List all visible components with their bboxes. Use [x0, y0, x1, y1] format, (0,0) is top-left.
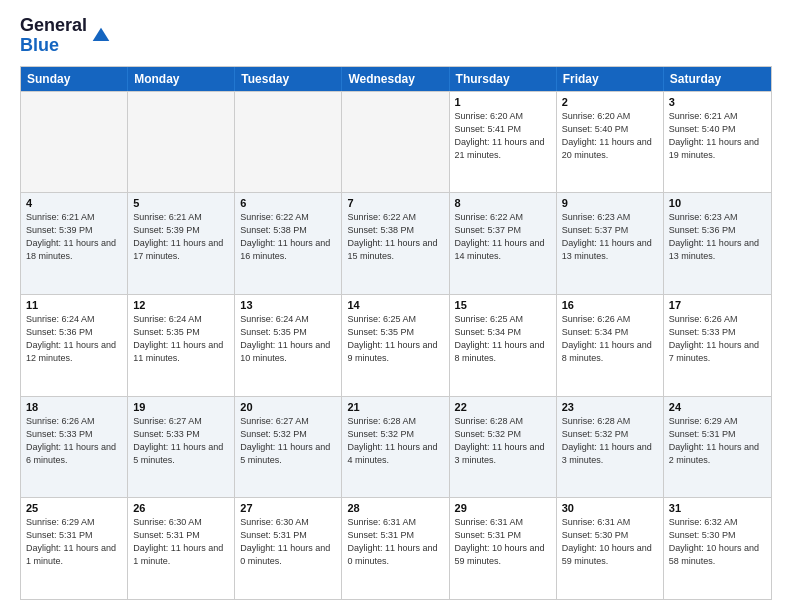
calendar-cell — [235, 92, 342, 193]
calendar-cell: 2Sunrise: 6:20 AM Sunset: 5:40 PM Daylig… — [557, 92, 664, 193]
day-number: 31 — [669, 502, 766, 514]
day-number: 1 — [455, 96, 551, 108]
day-detail: Sunrise: 6:31 AM Sunset: 5:31 PM Dayligh… — [455, 516, 551, 568]
logo-blue: Blue — [20, 35, 59, 55]
day-number: 26 — [133, 502, 229, 514]
day-number: 11 — [26, 299, 122, 311]
day-number: 7 — [347, 197, 443, 209]
day-detail: Sunrise: 6:23 AM Sunset: 5:37 PM Dayligh… — [562, 211, 658, 263]
day-detail: Sunrise: 6:28 AM Sunset: 5:32 PM Dayligh… — [562, 415, 658, 467]
weekday-header: Saturday — [664, 67, 771, 91]
calendar-cell: 10Sunrise: 6:23 AM Sunset: 5:36 PM Dayli… — [664, 193, 771, 294]
day-number: 9 — [562, 197, 658, 209]
calendar-cell: 7Sunrise: 6:22 AM Sunset: 5:38 PM Daylig… — [342, 193, 449, 294]
calendar: SundayMondayTuesdayWednesdayThursdayFrid… — [20, 66, 772, 600]
day-number: 5 — [133, 197, 229, 209]
calendar-row: 4Sunrise: 6:21 AM Sunset: 5:39 PM Daylig… — [21, 192, 771, 294]
calendar-cell: 27Sunrise: 6:30 AM Sunset: 5:31 PM Dayli… — [235, 498, 342, 599]
day-detail: Sunrise: 6:30 AM Sunset: 5:31 PM Dayligh… — [240, 516, 336, 568]
calendar-cell: 28Sunrise: 6:31 AM Sunset: 5:31 PM Dayli… — [342, 498, 449, 599]
calendar-body: 1Sunrise: 6:20 AM Sunset: 5:41 PM Daylig… — [21, 91, 771, 599]
day-detail: Sunrise: 6:23 AM Sunset: 5:36 PM Dayligh… — [669, 211, 766, 263]
day-detail: Sunrise: 6:25 AM Sunset: 5:35 PM Dayligh… — [347, 313, 443, 365]
calendar-cell: 13Sunrise: 6:24 AM Sunset: 5:35 PM Dayli… — [235, 295, 342, 396]
calendar-row: 1Sunrise: 6:20 AM Sunset: 5:41 PM Daylig… — [21, 91, 771, 193]
weekday-header: Tuesday — [235, 67, 342, 91]
day-detail: Sunrise: 6:26 AM Sunset: 5:33 PM Dayligh… — [669, 313, 766, 365]
calendar-cell: 22Sunrise: 6:28 AM Sunset: 5:32 PM Dayli… — [450, 397, 557, 498]
day-detail: Sunrise: 6:27 AM Sunset: 5:33 PM Dayligh… — [133, 415, 229, 467]
calendar-cell — [342, 92, 449, 193]
day-number: 12 — [133, 299, 229, 311]
calendar-cell: 9Sunrise: 6:23 AM Sunset: 5:37 PM Daylig… — [557, 193, 664, 294]
day-detail: Sunrise: 6:20 AM Sunset: 5:41 PM Dayligh… — [455, 110, 551, 162]
calendar-row: 11Sunrise: 6:24 AM Sunset: 5:36 PM Dayli… — [21, 294, 771, 396]
weekday-header: Monday — [128, 67, 235, 91]
day-detail: Sunrise: 6:24 AM Sunset: 5:35 PM Dayligh… — [133, 313, 229, 365]
day-number: 16 — [562, 299, 658, 311]
calendar-cell: 8Sunrise: 6:22 AM Sunset: 5:37 PM Daylig… — [450, 193, 557, 294]
day-detail: Sunrise: 6:22 AM Sunset: 5:38 PM Dayligh… — [347, 211, 443, 263]
day-detail: Sunrise: 6:29 AM Sunset: 5:31 PM Dayligh… — [26, 516, 122, 568]
day-number: 18 — [26, 401, 122, 413]
day-detail: Sunrise: 6:25 AM Sunset: 5:34 PM Dayligh… — [455, 313, 551, 365]
day-detail: Sunrise: 6:28 AM Sunset: 5:32 PM Dayligh… — [455, 415, 551, 467]
day-detail: Sunrise: 6:21 AM Sunset: 5:39 PM Dayligh… — [133, 211, 229, 263]
day-number: 3 — [669, 96, 766, 108]
calendar-cell: 30Sunrise: 6:31 AM Sunset: 5:30 PM Dayli… — [557, 498, 664, 599]
calendar-cell: 25Sunrise: 6:29 AM Sunset: 5:31 PM Dayli… — [21, 498, 128, 599]
calendar-header: SundayMondayTuesdayWednesdayThursdayFrid… — [21, 67, 771, 91]
day-number: 6 — [240, 197, 336, 209]
calendar-cell: 15Sunrise: 6:25 AM Sunset: 5:34 PM Dayli… — [450, 295, 557, 396]
calendar-cell: 3Sunrise: 6:21 AM Sunset: 5:40 PM Daylig… — [664, 92, 771, 193]
calendar-cell: 29Sunrise: 6:31 AM Sunset: 5:31 PM Dayli… — [450, 498, 557, 599]
calendar-cell: 14Sunrise: 6:25 AM Sunset: 5:35 PM Dayli… — [342, 295, 449, 396]
day-number: 4 — [26, 197, 122, 209]
calendar-row: 25Sunrise: 6:29 AM Sunset: 5:31 PM Dayli… — [21, 497, 771, 599]
day-detail: Sunrise: 6:26 AM Sunset: 5:34 PM Dayligh… — [562, 313, 658, 365]
day-detail: Sunrise: 6:22 AM Sunset: 5:38 PM Dayligh… — [240, 211, 336, 263]
calendar-cell: 20Sunrise: 6:27 AM Sunset: 5:32 PM Dayli… — [235, 397, 342, 498]
day-number: 17 — [669, 299, 766, 311]
page-header: General Blue — [20, 16, 772, 56]
weekday-header: Wednesday — [342, 67, 449, 91]
day-number: 21 — [347, 401, 443, 413]
day-number: 27 — [240, 502, 336, 514]
day-number: 23 — [562, 401, 658, 413]
day-number: 8 — [455, 197, 551, 209]
day-detail: Sunrise: 6:24 AM Sunset: 5:36 PM Dayligh… — [26, 313, 122, 365]
day-detail: Sunrise: 6:28 AM Sunset: 5:32 PM Dayligh… — [347, 415, 443, 467]
day-detail: Sunrise: 6:21 AM Sunset: 5:40 PM Dayligh… — [669, 110, 766, 162]
day-number: 13 — [240, 299, 336, 311]
calendar-cell — [21, 92, 128, 193]
day-number: 29 — [455, 502, 551, 514]
day-number: 28 — [347, 502, 443, 514]
day-number: 14 — [347, 299, 443, 311]
day-detail: Sunrise: 6:29 AM Sunset: 5:31 PM Dayligh… — [669, 415, 766, 467]
calendar-cell: 5Sunrise: 6:21 AM Sunset: 5:39 PM Daylig… — [128, 193, 235, 294]
day-number: 24 — [669, 401, 766, 413]
day-number: 2 — [562, 96, 658, 108]
day-number: 10 — [669, 197, 766, 209]
logo-general: General — [20, 15, 87, 35]
weekday-header: Sunday — [21, 67, 128, 91]
day-number: 30 — [562, 502, 658, 514]
calendar-cell: 18Sunrise: 6:26 AM Sunset: 5:33 PM Dayli… — [21, 397, 128, 498]
day-detail: Sunrise: 6:24 AM Sunset: 5:35 PM Dayligh… — [240, 313, 336, 365]
calendar-cell: 4Sunrise: 6:21 AM Sunset: 5:39 PM Daylig… — [21, 193, 128, 294]
day-detail: Sunrise: 6:31 AM Sunset: 5:31 PM Dayligh… — [347, 516, 443, 568]
weekday-header: Thursday — [450, 67, 557, 91]
calendar-cell: 23Sunrise: 6:28 AM Sunset: 5:32 PM Dayli… — [557, 397, 664, 498]
calendar-cell: 21Sunrise: 6:28 AM Sunset: 5:32 PM Dayli… — [342, 397, 449, 498]
day-detail: Sunrise: 6:27 AM Sunset: 5:32 PM Dayligh… — [240, 415, 336, 467]
calendar-cell: 26Sunrise: 6:30 AM Sunset: 5:31 PM Dayli… — [128, 498, 235, 599]
day-number: 19 — [133, 401, 229, 413]
calendar-cell: 31Sunrise: 6:32 AM Sunset: 5:30 PM Dayli… — [664, 498, 771, 599]
calendar-cell — [128, 92, 235, 193]
calendar-cell: 17Sunrise: 6:26 AM Sunset: 5:33 PM Dayli… — [664, 295, 771, 396]
calendar-cell: 11Sunrise: 6:24 AM Sunset: 5:36 PM Dayli… — [21, 295, 128, 396]
day-number: 15 — [455, 299, 551, 311]
calendar-cell: 12Sunrise: 6:24 AM Sunset: 5:35 PM Dayli… — [128, 295, 235, 396]
calendar-cell: 6Sunrise: 6:22 AM Sunset: 5:38 PM Daylig… — [235, 193, 342, 294]
svg-marker-0 — [93, 27, 110, 40]
